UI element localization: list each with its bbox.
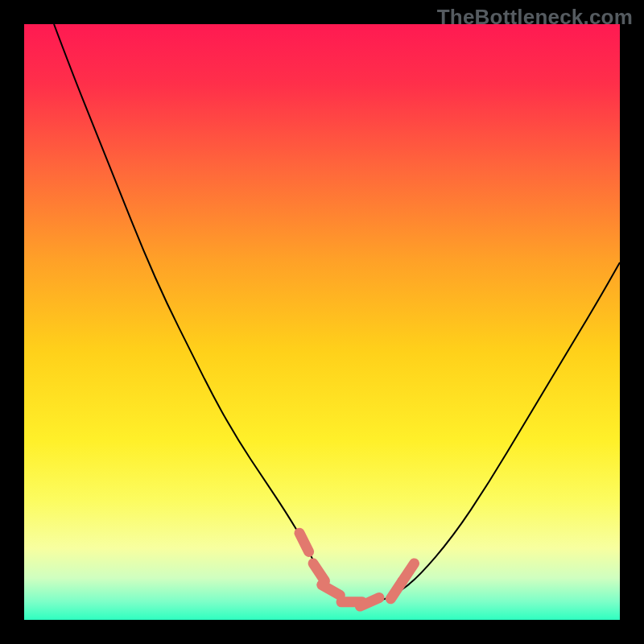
- plot-area: [24, 24, 620, 620]
- bottleneck-chart: [24, 24, 620, 620]
- watermark-text: TheBottleneck.com: [437, 5, 633, 30]
- chart-frame: TheBottleneck.com: [0, 0, 644, 644]
- gradient-background: [24, 24, 620, 620]
